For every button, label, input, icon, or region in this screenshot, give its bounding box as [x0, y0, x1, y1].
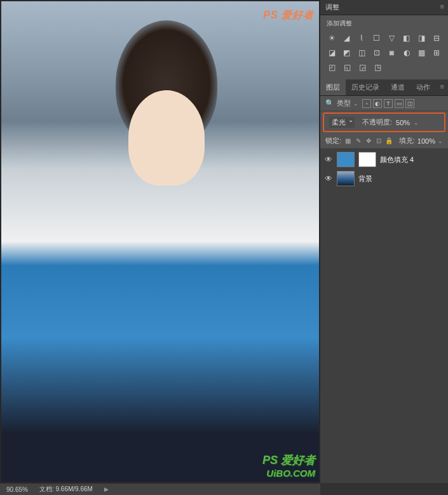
curves-icon[interactable]: ⌇: [356, 32, 367, 43]
panel-menu-icon[interactable]: ≡: [437, 79, 448, 95]
tab-history[interactable]: 历史记录: [346, 79, 385, 95]
doc-size-label: 文档:: [39, 485, 54, 492]
box2-icon[interactable]: ◰: [327, 62, 337, 72]
layers-list: 👁 颜色填充 4 👁 背景: [320, 149, 448, 483]
doc-size-value: 9.66M/9.66M: [55, 485, 92, 492]
filter-shape-icon[interactable]: ▭: [395, 99, 404, 108]
tab-actions[interactable]: 动作: [411, 79, 436, 95]
status-arrow-icon[interactable]: ▶: [104, 486, 109, 492]
color-lookup-icon[interactable]: ◩: [342, 47, 353, 58]
right-panels: 调整 添加调整 ☀ ◢ ⌇ ☐ ▽ ◧ ◨ ⊟ ◪ ◩ ◫ ⊡ ◙ ◐ ▦ ⊞: [320, 0, 448, 483]
layer-thumb-mask[interactable]: [358, 152, 376, 167]
selective-color-icon[interactable]: ▦: [416, 47, 427, 58]
layer-filter-row: 🔍 类型 ⌄ ▫ ◐ T ▭ ◫: [320, 96, 448, 111]
hue-icon[interactable]: ◧: [402, 32, 412, 43]
box3-icon[interactable]: ◱: [342, 62, 353, 72]
tab-layers[interactable]: 图层: [320, 79, 346, 95]
levels-icon[interactable]: ◢: [342, 32, 353, 43]
vibrance-icon[interactable]: ▽: [386, 32, 397, 43]
fill-value[interactable]: 100%: [417, 137, 435, 145]
posterize-icon[interactable]: ⊡: [372, 47, 383, 58]
filter-smart-icon[interactable]: ◫: [405, 99, 414, 108]
channel-mixer-icon[interactable]: ◪: [327, 47, 337, 58]
visibility-toggle-icon[interactable]: 👁: [324, 155, 333, 164]
invert-icon[interactable]: ◫: [356, 47, 367, 58]
filter-adjust-icon[interactable]: ◐: [373, 99, 382, 108]
gradient-map-icon[interactable]: ◐: [402, 47, 412, 58]
document-image: PS 爱好者 PS 爱好者 UiBO.COM: [1, 1, 319, 482]
layer-row[interactable]: 👁 颜色填充 4: [320, 150, 448, 169]
opacity-label: 不透明度:: [362, 118, 392, 127]
panel-tabs: 图层 历史记录 通道 动作 ≡: [320, 79, 448, 96]
lock-position-icon[interactable]: ✥: [364, 137, 372, 145]
status-bar: 90.65% 文档: 9.66M/9.66M ▶: [0, 483, 320, 495]
zoom-level[interactable]: 90.65%: [6, 486, 28, 493]
fill-label: 填充:: [399, 136, 415, 146]
lock-paint-icon[interactable]: ✎: [354, 137, 362, 145]
lock-label: 锁定:: [325, 136, 341, 146]
search-icon[interactable]: 🔍: [325, 99, 334, 107]
adjustments-panel: 添加调整 ☀ ◢ ⌇ ☐ ▽ ◧ ◨ ⊟ ◪ ◩ ◫ ⊡ ◙ ◐ ▦ ⊞: [320, 15, 448, 79]
filter-text-icon[interactable]: T: [384, 99, 393, 108]
blend-mode-select[interactable]: 柔光: [329, 117, 355, 128]
box-icon[interactable]: ⊞: [431, 47, 442, 58]
layer-name[interactable]: 颜色填充 4: [380, 155, 414, 165]
layer-thumb-image[interactable]: [337, 171, 355, 186]
watermark-mid: PS 爱好者: [262, 452, 315, 468]
box4-icon[interactable]: ◲: [357, 62, 368, 72]
watermark-top: PS 爱好者: [263, 9, 314, 22]
layer-thumb-fill[interactable]: [337, 152, 355, 167]
layer-row[interactable]: 👁 背景: [320, 169, 448, 188]
add-adjustment-label: 添加调整: [327, 19, 442, 28]
brightness-icon[interactable]: ☀: [327, 32, 337, 43]
lock-transparent-icon[interactable]: ▦: [344, 137, 352, 145]
filter-type-label[interactable]: 类型: [337, 98, 351, 108]
visibility-toggle-icon[interactable]: 👁: [324, 174, 333, 183]
lock-all-icon[interactable]: 🔒: [384, 137, 393, 145]
lock-artboard-icon[interactable]: ⊡: [374, 137, 383, 145]
canvas-area[interactable]: PS 爱好者 PS 爱好者 UiBO.COM: [0, 0, 320, 483]
exposure-icon[interactable]: ☐: [372, 32, 383, 43]
opacity-value[interactable]: 50%: [396, 119, 410, 126]
filter-pixel-icon[interactable]: ▫: [362, 99, 371, 108]
watermark-bottom: UiBO.COM: [266, 468, 315, 478]
threshold-icon[interactable]: ◙: [386, 47, 397, 58]
adjustments-panel-title: 调整: [320, 0, 448, 15]
lock-fill-row: 锁定: ▦ ✎ ✥ ⊡ 🔒 填充: 100% ⌄: [320, 133, 448, 149]
blend-opacity-row: 柔光 不透明度: 50% ⌄: [323, 112, 445, 132]
bw-icon[interactable]: ◨: [416, 32, 427, 43]
tab-channels[interactable]: 通道: [385, 79, 411, 95]
photo-filter-icon[interactable]: ⊟: [431, 32, 442, 43]
box5-icon[interactable]: ◳: [372, 62, 383, 72]
layer-name[interactable]: 背景: [358, 174, 372, 184]
